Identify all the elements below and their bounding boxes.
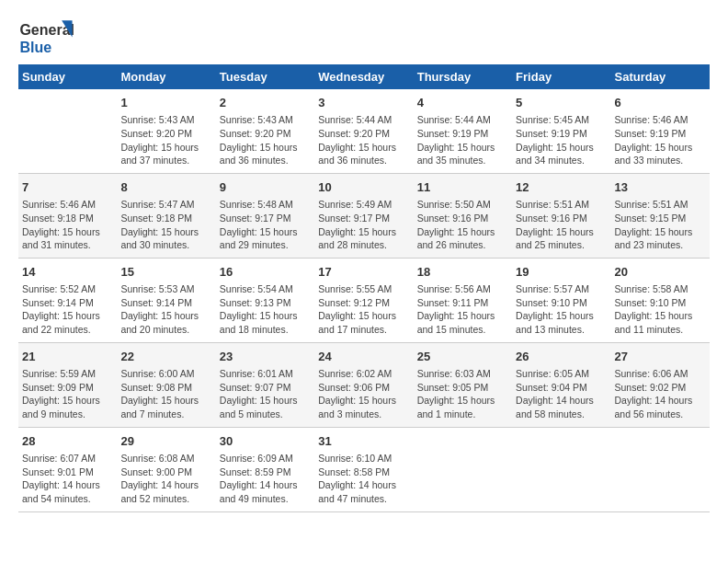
calendar-cell (512, 427, 610, 511)
day-info: Sunrise: 5:48 AM Sunset: 9:17 PM Dayligh… (220, 198, 311, 252)
col-header-saturday: Saturday (611, 64, 710, 89)
day-number: 16 (220, 264, 311, 281)
day-info: Sunrise: 6:05 AM Sunset: 9:04 PM Dayligh… (516, 367, 607, 421)
day-number: 23 (220, 349, 311, 365)
calendar-cell: 27Sunrise: 6:06 AM Sunset: 9:02 PM Dayli… (611, 342, 710, 427)
calendar-cell: 13Sunrise: 5:51 AM Sunset: 9:15 PM Dayli… (611, 173, 710, 258)
day-number: 25 (417, 349, 508, 365)
day-number: 1 (120, 95, 211, 111)
col-header-wednesday: Wednesday (314, 64, 413, 89)
day-info: Sunrise: 5:51 AM Sunset: 9:15 PM Dayligh… (615, 198, 706, 252)
day-info: Sunrise: 6:01 AM Sunset: 9:07 PM Dayligh… (220, 367, 311, 421)
svg-text:Blue: Blue (19, 40, 51, 55)
day-number: 9 (220, 179, 311, 196)
calendar-cell: 26Sunrise: 6:05 AM Sunset: 9:04 PM Dayli… (512, 342, 610, 427)
calendar-cell: 20Sunrise: 5:58 AM Sunset: 9:10 PM Dayli… (611, 258, 710, 342)
day-info: Sunrise: 6:10 AM Sunset: 8:58 PM Dayligh… (318, 452, 409, 506)
week-row-2: 7Sunrise: 5:46 AM Sunset: 9:18 PM Daylig… (18, 173, 710, 258)
week-row-5: 28Sunrise: 6:07 AM Sunset: 9:01 PM Dayli… (18, 427, 710, 511)
day-info: Sunrise: 5:59 AM Sunset: 9:09 PM Dayligh… (22, 367, 113, 421)
day-number: 11 (417, 179, 508, 196)
calendar-cell: 30Sunrise: 6:09 AM Sunset: 8:59 PM Dayli… (216, 427, 314, 511)
col-header-monday: Monday (117, 64, 215, 89)
calendar-cell: 16Sunrise: 5:54 AM Sunset: 9:13 PM Dayli… (216, 258, 314, 342)
calendar-cell: 10Sunrise: 5:49 AM Sunset: 9:17 PM Dayli… (314, 173, 413, 258)
day-info: Sunrise: 5:53 AM Sunset: 9:14 PM Dayligh… (120, 282, 211, 337)
col-header-thursday: Thursday (414, 64, 512, 89)
calendar-cell: 5Sunrise: 5:45 AM Sunset: 9:19 PM Daylig… (512, 89, 610, 173)
day-info: Sunrise: 5:46 AM Sunset: 9:19 PM Dayligh… (615, 113, 706, 167)
day-number: 6 (615, 95, 706, 111)
day-info: Sunrise: 5:47 AM Sunset: 9:18 PM Dayligh… (120, 198, 211, 252)
col-header-tuesday: Tuesday (216, 64, 314, 89)
day-number: 26 (516, 349, 607, 365)
calendar-cell: 21Sunrise: 5:59 AM Sunset: 9:09 PM Dayli… (18, 342, 117, 427)
day-info: Sunrise: 5:58 AM Sunset: 9:10 PM Dayligh… (615, 282, 706, 337)
day-number: 5 (516, 95, 607, 111)
day-number: 17 (318, 264, 409, 281)
day-number: 12 (516, 179, 607, 196)
day-info: Sunrise: 5:55 AM Sunset: 9:12 PM Dayligh… (318, 282, 409, 337)
day-info: Sunrise: 5:43 AM Sunset: 9:20 PM Dayligh… (120, 113, 211, 167)
calendar-cell: 14Sunrise: 5:52 AM Sunset: 9:14 PM Dayli… (18, 258, 117, 342)
week-row-4: 21Sunrise: 5:59 AM Sunset: 9:09 PM Dayli… (18, 342, 710, 427)
day-number: 10 (318, 179, 409, 196)
calendar-cell: 12Sunrise: 5:51 AM Sunset: 9:16 PM Dayli… (512, 173, 610, 258)
day-info: Sunrise: 6:00 AM Sunset: 9:08 PM Dayligh… (120, 367, 211, 421)
calendar-cell: 7Sunrise: 5:46 AM Sunset: 9:18 PM Daylig… (18, 173, 117, 258)
day-number: 15 (120, 264, 211, 281)
day-info: Sunrise: 5:49 AM Sunset: 9:17 PM Dayligh… (318, 198, 409, 252)
calendar-cell: 11Sunrise: 5:50 AM Sunset: 9:16 PM Dayli… (414, 173, 512, 258)
col-header-sunday: Sunday (18, 64, 117, 89)
calendar-cell: 25Sunrise: 6:03 AM Sunset: 9:05 PM Dayli… (414, 342, 512, 427)
day-info: Sunrise: 6:06 AM Sunset: 9:02 PM Dayligh… (615, 367, 706, 421)
header-row: SundayMondayTuesdayWednesdayThursdayFrid… (18, 64, 710, 89)
day-number: 28 (22, 433, 113, 450)
day-number: 18 (417, 264, 508, 281)
day-info: Sunrise: 5:45 AM Sunset: 9:19 PM Dayligh… (516, 113, 607, 167)
day-number: 4 (417, 95, 508, 111)
calendar-cell: 31Sunrise: 6:10 AM Sunset: 8:58 PM Dayli… (314, 427, 413, 511)
calendar-cell: 24Sunrise: 6:02 AM Sunset: 9:06 PM Dayli… (314, 342, 413, 427)
logo: GeneralBlue (18, 18, 74, 55)
calendar-cell (414, 427, 512, 511)
calendar-cell: 9Sunrise: 5:48 AM Sunset: 9:17 PM Daylig… (216, 173, 314, 258)
day-number: 27 (615, 349, 706, 365)
day-info: Sunrise: 5:44 AM Sunset: 9:20 PM Dayligh… (318, 113, 409, 167)
day-number: 2 (220, 95, 311, 111)
week-row-3: 14Sunrise: 5:52 AM Sunset: 9:14 PM Dayli… (18, 258, 710, 342)
day-info: Sunrise: 5:52 AM Sunset: 9:14 PM Dayligh… (22, 282, 113, 337)
day-number: 3 (318, 95, 409, 111)
calendar-cell: 15Sunrise: 5:53 AM Sunset: 9:14 PM Dayli… (117, 258, 215, 342)
calendar-cell (18, 89, 117, 173)
calendar-cell: 28Sunrise: 6:07 AM Sunset: 9:01 PM Dayli… (18, 427, 117, 511)
day-info: Sunrise: 5:56 AM Sunset: 9:11 PM Dayligh… (417, 282, 508, 337)
calendar-cell: 17Sunrise: 5:55 AM Sunset: 9:12 PM Dayli… (314, 258, 413, 342)
day-info: Sunrise: 5:50 AM Sunset: 9:16 PM Dayligh… (417, 198, 508, 252)
calendar-cell: 2Sunrise: 5:43 AM Sunset: 9:20 PM Daylig… (216, 89, 314, 173)
day-number: 30 (220, 433, 311, 450)
calendar-cell: 22Sunrise: 6:00 AM Sunset: 9:08 PM Dayli… (117, 342, 215, 427)
calendar-cell: 18Sunrise: 5:56 AM Sunset: 9:11 PM Dayli… (414, 258, 512, 342)
calendar-cell: 3Sunrise: 5:44 AM Sunset: 9:20 PM Daylig… (314, 89, 413, 173)
day-number: 14 (22, 264, 113, 281)
day-info: Sunrise: 6:09 AM Sunset: 8:59 PM Dayligh… (220, 452, 311, 506)
calendar-cell: 23Sunrise: 6:01 AM Sunset: 9:07 PM Dayli… (216, 342, 314, 427)
day-number: 13 (615, 179, 706, 196)
logo-icon: GeneralBlue (18, 18, 74, 55)
calendar-cell (611, 427, 710, 511)
calendar-cell: 4Sunrise: 5:44 AM Sunset: 9:19 PM Daylig… (414, 89, 512, 173)
day-number: 31 (318, 433, 409, 450)
day-number: 24 (318, 349, 409, 365)
calendar-cell: 1Sunrise: 5:43 AM Sunset: 9:20 PM Daylig… (117, 89, 215, 173)
day-number: 8 (120, 179, 211, 196)
day-info: Sunrise: 6:07 AM Sunset: 9:01 PM Dayligh… (22, 452, 113, 506)
day-number: 22 (120, 349, 211, 365)
day-info: Sunrise: 5:57 AM Sunset: 9:10 PM Dayligh… (516, 282, 607, 337)
day-info: Sunrise: 5:44 AM Sunset: 9:19 PM Dayligh… (417, 113, 508, 167)
calendar-table: SundayMondayTuesdayWednesdayThursdayFrid… (18, 64, 710, 512)
calendar-cell: 29Sunrise: 6:08 AM Sunset: 9:00 PM Dayli… (117, 427, 215, 511)
calendar-cell: 19Sunrise: 5:57 AM Sunset: 9:10 PM Dayli… (512, 258, 610, 342)
day-number: 19 (516, 264, 607, 281)
col-header-friday: Friday (512, 64, 610, 89)
